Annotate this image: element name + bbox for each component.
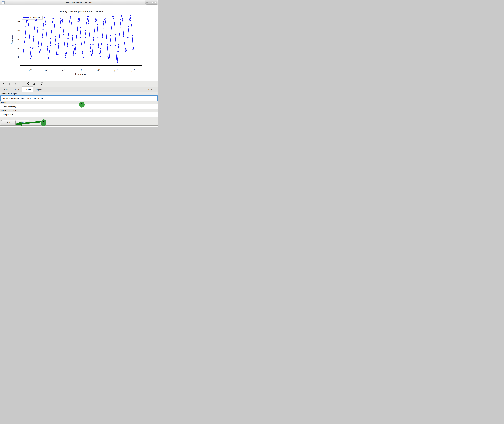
annotation-step-1: 1 xyxy=(79,102,85,107)
toolbar-separator xyxy=(38,82,38,86)
svg-text:25: 25 xyxy=(17,21,19,22)
zoom-icon[interactable] xyxy=(26,81,31,86)
configure-subplots-icon[interactable] xyxy=(32,81,37,86)
back-icon[interactable] xyxy=(7,81,12,86)
pan-icon[interactable] xyxy=(21,81,25,86)
annotation-step-2: 2 xyxy=(41,119,46,126)
plot-toolbar xyxy=(0,81,158,87)
home-icon[interactable] xyxy=(1,81,6,86)
text-caret xyxy=(43,97,43,100)
legend: tempmean xyxy=(22,16,43,19)
svg-text:2001: 2001 xyxy=(28,68,32,72)
tab-stvds-label: STVDS xyxy=(14,89,19,91)
figure-canvas[interactable]: Monthly mean temperature - North Carolin… xyxy=(0,5,158,81)
plot-title: Monthly mean temperature - North Carolin… xyxy=(20,10,142,12)
close-icon[interactable] xyxy=(154,1,156,3)
draw-button[interactable]: Draw xyxy=(1,120,15,125)
tab-scroll-left-icon[interactable]: ◁ xyxy=(147,89,149,91)
svg-text:2003: 2003 xyxy=(45,68,49,72)
svg-text:2005: 2005 xyxy=(62,68,67,72)
xlabel-input-value: Time (months) xyxy=(3,106,16,108)
tab-scroll-right-icon[interactable]: ▷ xyxy=(151,89,152,91)
tab-nav: ◁ ▷ ✕ xyxy=(147,89,156,91)
tab-strds[interactable]: STRDS xyxy=(0,88,11,92)
x-axis-label: Time (months) xyxy=(20,73,142,75)
y-axis-label: Temperature xyxy=(11,29,13,49)
ylabel-input[interactable]: Temperature xyxy=(0,112,158,117)
toolbar-separator xyxy=(19,82,19,86)
titlebar: GRASS GIS Temporal Plot Tool xyxy=(0,0,158,5)
ibeam-cursor-icon xyxy=(49,97,50,100)
svg-text:2007: 2007 xyxy=(79,68,84,72)
title-field-label: Set title for the plot xyxy=(0,92,158,95)
legend-entry: tempmean xyxy=(30,17,40,19)
legend-line-sample xyxy=(23,17,29,18)
tab-close-icon[interactable]: ✕ xyxy=(154,89,156,91)
save-icon[interactable] xyxy=(40,81,44,86)
labels-panel: Set title for the plot Monthly mean temp… xyxy=(0,92,158,126)
window-title: GRASS GIS Temporal Plot Tool xyxy=(0,0,158,5)
help-button[interactable]: Help xyxy=(15,120,29,125)
svg-text:2009: 2009 xyxy=(97,68,101,72)
tab-stvds[interactable]: STVDS xyxy=(11,88,22,92)
svg-text:2013: 2013 xyxy=(131,68,135,72)
tab-labels-label: Labels xyxy=(25,88,31,90)
app-window: GRASS GIS Temporal Plot Tool Monthly mea… xyxy=(0,0,158,127)
tab-labels[interactable]: Labels xyxy=(22,87,33,92)
svg-text:20: 20 xyxy=(17,30,19,31)
ylabel-input-value: Temperature xyxy=(3,113,14,116)
tab-strds-label: STRDS xyxy=(3,89,8,91)
ylabel-field-label: Set label for Y axis xyxy=(0,109,158,112)
svg-text:2011: 2011 xyxy=(114,68,118,72)
shade-window-icon[interactable] xyxy=(146,1,148,3)
forward-icon[interactable] xyxy=(13,81,18,86)
window-controls xyxy=(145,0,157,5)
notebook-tabbar: STRDS STVDS Labels Export ◁ ▷ ✕ xyxy=(0,87,158,92)
window-bottom-strip xyxy=(0,126,158,127)
tab-export[interactable]: Export xyxy=(33,88,44,92)
tab-export-label: Export xyxy=(36,89,42,91)
title-input[interactable]: Monthly mean temperature - North Carolin… xyxy=(0,95,158,101)
maximize-icon[interactable] xyxy=(152,1,154,3)
svg-text:15: 15 xyxy=(17,38,19,40)
panel-spacer xyxy=(0,117,158,120)
minimize-icon[interactable] xyxy=(149,1,151,3)
title-input-value: Monthly mean temperature - North Carolin… xyxy=(3,97,43,99)
svg-text:5: 5 xyxy=(18,56,19,58)
button-row: Draw Help xyxy=(0,120,158,125)
svg-text:10: 10 xyxy=(17,47,19,49)
